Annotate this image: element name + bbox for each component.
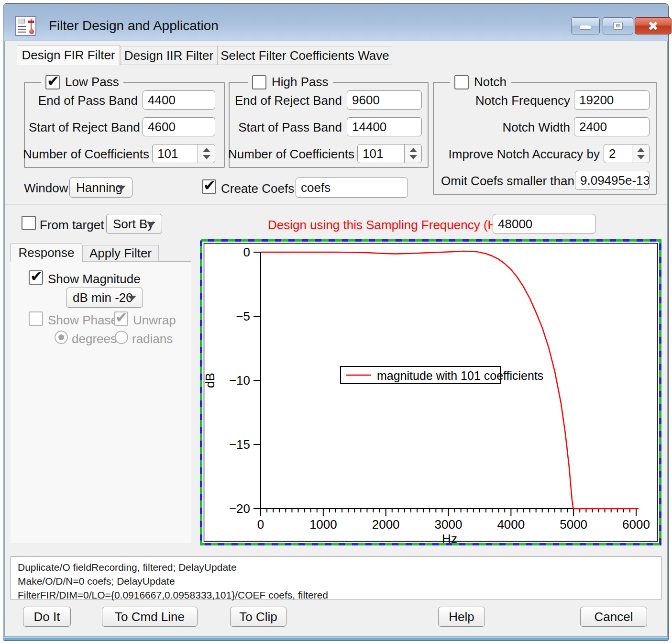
window-function-label: Window xyxy=(24,181,68,196)
hp-coefficients-spinner[interactable] xyxy=(404,144,421,163)
high-pass-label: High Pass xyxy=(272,75,329,89)
lp-number-of-coefficients-field[interactable]: 101 xyxy=(152,144,215,163)
command-line: Duplicate/O fieldRecording, filtered; De… xyxy=(18,560,654,574)
end-of-reject-band-label: End of Reject Band xyxy=(233,93,342,108)
end-of-reject-band-field[interactable]: 9600 xyxy=(347,90,422,110)
sampling-frequency-label: Design using this Sampling Frequency (Hz… xyxy=(268,218,489,233)
end-of-pass-band-label: End of Pass Band xyxy=(29,93,138,108)
create-coefs-checkbox[interactable] xyxy=(202,179,216,194)
spin-down-icon[interactable] xyxy=(409,155,417,159)
window-function-dropdown[interactable]: Hanning xyxy=(69,178,132,198)
svg-text:2000: 2000 xyxy=(372,517,400,532)
app-icon xyxy=(15,16,36,36)
svg-text:−10: −10 xyxy=(229,373,250,388)
maximize-button[interactable] xyxy=(603,17,633,34)
command-line: Make/O/D/N=0 coefs; DelayUpdate xyxy=(18,574,654,588)
start-of-pass-band-field[interactable]: 14400 xyxy=(347,117,422,136)
svg-text:magnitude with 101 coefficient: magnitude with 101 coefficients xyxy=(377,369,543,382)
svg-text:−15: −15 xyxy=(229,437,250,452)
show-phase-checkbox[interactable] xyxy=(29,311,43,326)
start-of-pass-band-label: Start of Pass Band xyxy=(233,120,342,135)
svg-text:0: 0 xyxy=(257,517,264,532)
lp-number-of-coefficients-label: Number of Coefficients xyxy=(23,147,147,162)
spin-up-icon[interactable] xyxy=(409,148,417,152)
to-clip-button[interactable]: To Clip xyxy=(230,607,286,627)
improve-notch-accuracy-label: Improve Notch Accuracy by xyxy=(441,147,600,162)
svg-text:3000: 3000 xyxy=(435,517,463,532)
do-it-button[interactable]: Do It xyxy=(23,607,71,627)
help-button[interactable]: Help xyxy=(438,607,485,627)
improve-notch-accuracy-field[interactable]: 2 xyxy=(604,144,650,163)
lp-coefficients-spinner[interactable] xyxy=(198,144,215,163)
notch-width-field[interactable]: 2400 xyxy=(574,117,650,136)
notch-frequency-label: Notch Frequency xyxy=(446,93,570,108)
svg-text:Hz: Hz xyxy=(442,532,457,545)
spin-up-icon[interactable] xyxy=(203,148,210,152)
svg-text:−20: −20 xyxy=(229,501,250,516)
spin-down-icon[interactable] xyxy=(203,155,210,159)
svg-text:dB: dB xyxy=(203,373,217,388)
show-magnitude-label: Show Magnitude xyxy=(48,272,141,287)
close-button[interactable]: ✖ xyxy=(635,17,672,34)
tab-select-filter-coefficients-wave[interactable]: Select Filter Coefficients Wave xyxy=(218,46,392,65)
start-of-reject-band-field[interactable]: 4600 xyxy=(143,117,215,136)
tab-response[interactable]: Response xyxy=(11,244,82,262)
command-log: Duplicate/O fieldRecording, filtered; De… xyxy=(11,556,661,600)
tab-apply-filter[interactable]: Apply Filter xyxy=(82,245,159,262)
response-graph[interactable]: 0−5−10−15−200100020003000400050006000Hzd… xyxy=(200,239,661,545)
hp-number-of-coefficients-label: Number of Coefficients xyxy=(228,147,353,162)
title-bar[interactable]: Filter Design and Application ✖ xyxy=(3,4,668,41)
frame-bottom-accent xyxy=(4,638,668,640)
notch-checkbox[interactable] xyxy=(454,75,469,89)
minimize-button[interactable] xyxy=(571,17,600,34)
radians-radio[interactable] xyxy=(115,331,128,344)
minimize-icon xyxy=(580,25,591,30)
spin-down-icon[interactable] xyxy=(637,155,645,159)
high-pass-checkbox[interactable] xyxy=(252,75,266,89)
notch-label: Notch xyxy=(474,75,507,89)
svg-text:4000: 4000 xyxy=(497,517,525,532)
sort-by-dropdown[interactable]: Sort By xyxy=(106,214,162,234)
omit-coefs-label: Omit Coefs smaller than xyxy=(441,174,571,189)
svg-text:−5: −5 xyxy=(236,309,250,323)
degrees-label: degrees xyxy=(72,332,117,346)
svg-text:0: 0 xyxy=(243,245,250,259)
cancel-button[interactable]: Cancel xyxy=(580,607,647,627)
from-target-label: From target xyxy=(40,218,104,233)
hp-number-of-coefficients-field[interactable]: 101 xyxy=(357,144,422,163)
to-cmd-line-button[interactable]: To Cmd Line xyxy=(102,607,198,627)
low-pass-label: Low Pass xyxy=(65,75,119,89)
command-line: FilterFIR/DIM=0/LO={0.0916667,0.0958333,… xyxy=(18,588,654,602)
notch-frequency-field[interactable]: 19200 xyxy=(574,90,650,110)
maximize-icon xyxy=(613,22,623,30)
unwrap-label: Unwrap xyxy=(133,313,176,328)
svg-text:1000: 1000 xyxy=(309,517,337,532)
unwrap-checkbox[interactable] xyxy=(114,311,128,326)
db-min-dropdown[interactable]: dB min -20 xyxy=(66,288,143,308)
from-target-checkbox[interactable] xyxy=(22,216,36,230)
create-coefs-label: Create Coefs xyxy=(221,181,294,196)
end-of-pass-band-field[interactable]: 4400 xyxy=(143,90,215,110)
filter-design-dialog: Filter Design and Application ✖ Design F… xyxy=(0,0,672,644)
notch-accuracy-spinner[interactable] xyxy=(632,144,649,163)
tab-design-iir-filter[interactable]: Design IIR Filter xyxy=(120,46,218,65)
notch-width-label: Notch Width xyxy=(446,120,570,135)
low-pass-checkbox[interactable] xyxy=(45,75,60,89)
create-coefs-name-field[interactable]: coefs xyxy=(296,178,408,198)
spin-up-icon[interactable] xyxy=(637,148,645,152)
show-phase-label: Show Phase xyxy=(48,313,118,328)
tab-design-fir-filter[interactable]: Design FIR Filter xyxy=(17,45,120,65)
window-title: Filter Design and Application xyxy=(49,18,219,33)
start-of-reject-band-label: Start of Reject Band xyxy=(29,120,138,135)
degrees-radio[interactable] xyxy=(55,331,68,344)
radians-label: radians xyxy=(132,332,173,346)
sampling-frequency-field[interactable]: 48000 xyxy=(493,214,595,234)
close-icon: ✖ xyxy=(648,19,659,33)
omit-coefs-field[interactable]: 9.09495e-13 xyxy=(575,171,650,190)
svg-text:5000: 5000 xyxy=(560,517,587,532)
show-magnitude-checkbox[interactable] xyxy=(29,270,43,285)
horizontal-divider xyxy=(5,204,667,205)
svg-text:6000: 6000 xyxy=(622,517,650,532)
